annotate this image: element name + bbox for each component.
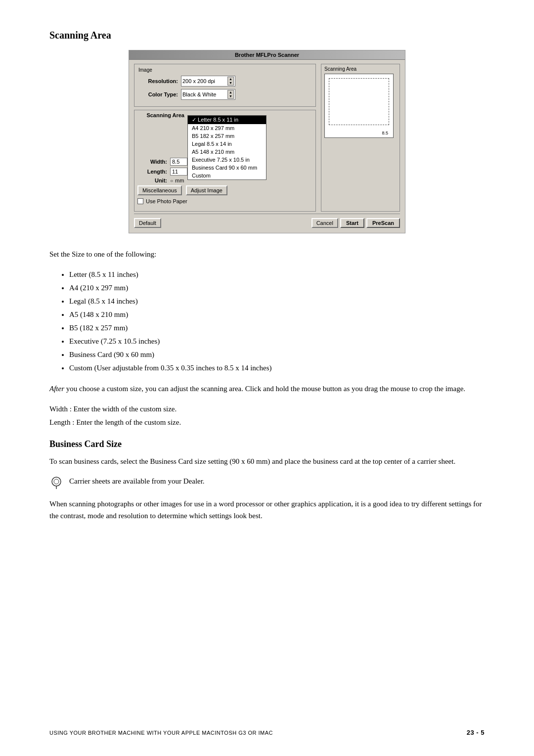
svg-point-1 [54,479,59,484]
italic-paragraph: After you choose a custom size, you can … [49,383,485,395]
dd-item-a5[interactable]: A5 148 x 210 mm [188,148,266,156]
dd-item-business-card[interactable]: Business Card 90 x 60 mm [188,164,266,172]
color-type-stepper[interactable]: ▲ ▼ [227,90,234,99]
color-type-label: Color Type: [138,91,178,97]
cancel-button[interactable]: Cancel [312,218,338,228]
color-type-down[interactable]: ▼ [228,94,233,98]
bullet-item-0: Letter (8.5 x 11 inches) [69,268,485,281]
image-section: Image Resolution: 200 x 200 dpi ▲ ▼ [134,64,316,107]
image-section-title: Image [138,67,312,73]
prescan-button[interactable]: PreScan [366,218,400,228]
page-footer: USING YOUR BROTHER MACHINE WITH YOUR APP… [49,729,485,736]
scanning-area-preview-section: Scanning Area 8.5 [321,64,400,212]
unit-radio-group[interactable]: ○ mm [170,178,184,183]
color-type-row: Color Type: Black & White ▲ ▼ [138,89,312,100]
resolution-stepper[interactable]: ▲ ▼ [227,77,234,86]
use-photo-paper-row: Use Photo Paper [137,198,312,204]
dd-item-b5[interactable]: B5 182 x 257 mm [188,132,266,140]
resolution-down[interactable]: ▼ [228,81,233,85]
scanning-area-dropdown[interactable]: Letter 8.5 x 11 in A4 210 x 297 mm B5 18… [187,115,267,180]
scanner-dialog: Brother MFLPro Scanner Image Resolution:… [129,50,405,233]
scanning-area-row: Scanning Area Letter 8.5 x 11 in A4 210 … [137,112,312,118]
tip-icon [49,476,63,490]
business-card-heading: Business Card Size [49,439,485,449]
scan-area-inner [329,78,389,125]
width-length-notes: Width : Enter the width of the custom si… [49,402,485,429]
bullet-item-1: A4 (210 x 297 mm) [69,281,485,295]
business-card-para: To scan business cards, select the Busin… [49,455,485,467]
use-photo-paper-checkbox[interactable] [137,198,143,204]
unit-value: mm [175,178,184,183]
color-type-up[interactable]: ▲ [228,90,233,94]
final-para: When scanning photographs or other image… [49,498,485,522]
resolution-label: Resolution: [138,78,178,84]
use-photo-paper-label: Use Photo Paper [146,198,187,204]
page-number: 23 - 5 [467,729,485,736]
resolution-select[interactable]: 200 x 200 dpi ▲ ▼ [181,76,235,87]
dd-item-a4[interactable]: A4 210 x 297 mm [188,124,266,132]
scanning-area-preview-title: Scanning Area [324,66,397,72]
section-heading: Scanning Area [49,30,485,41]
unit-label: Unit: [137,178,167,183]
default-button[interactable]: Default [134,218,161,228]
tip-text: Carrier sheets are available from your D… [69,475,205,487]
bullet-item-2: Legal (8.5 x 14 inches) [69,295,485,308]
dialog-title: Brother MFLPro Scanner [235,52,299,58]
color-type-select[interactable]: Black & White ▲ ▼ [181,89,235,100]
length-label: Length: [137,169,167,175]
scanning-area-preview: 8.5 [324,74,394,138]
svg-point-0 [52,477,61,486]
dd-item-letter[interactable]: Letter 8.5 x 11 in [188,116,266,124]
width-note: Width : Enter the width of the custom si… [49,402,485,416]
bullet-item-7: Custom (User adjustable from 0.35 x 0.35… [69,361,485,375]
bullet-item-6: Business Card (90 x 60 mm) [69,348,485,361]
misc-row: Miscellaneous Adjust Image [137,185,312,195]
length-note: Length : Enter the length of the custom … [49,416,485,429]
resolution-row: Resolution: 200 x 200 dpi ▲ ▼ [138,76,312,87]
resolution-value: 200 x 200 dpi [182,78,225,84]
start-button[interactable]: Start [340,218,364,228]
footer-text: USING YOUR BROTHER MACHINE WITH YOUR APP… [49,730,273,736]
width-input[interactable] [170,158,187,166]
footer-right-buttons: Cancel Start PreScan [312,218,400,228]
bullet-list: Letter (8.5 x 11 inches) A4 (210 x 297 m… [64,268,485,375]
scanning-area-label: Scanning Area [137,112,184,118]
tip-row: Carrier sheets are available from your D… [49,475,485,490]
length-input[interactable] [170,168,187,176]
bullet-item-5: Executive (7.25 x 10.5 inches) [69,335,485,348]
dd-item-custom[interactable]: Custom [188,172,266,179]
miscellaneous-button[interactable]: Miscellaneous [137,185,182,195]
scan-dimension-label: 8.5 [382,131,388,135]
after-italic: After [49,385,64,393]
dd-item-legal[interactable]: Legal 8.5 x 14 in [188,140,266,148]
adjust-image-button[interactable]: Adjust Image [186,185,227,195]
color-type-value: Black & White [182,91,225,97]
italic-para-rest: you choose a custom size, you can adjust… [64,385,465,393]
dialog-footer: Default Cancel Start PreScan [134,216,400,229]
dialog-titlebar: Brother MFLPro Scanner [129,50,405,60]
width-label: Width: [137,159,167,165]
resolution-up[interactable]: ▲ [228,77,233,81]
bullet-item-4: B5 (182 x 257 mm) [69,321,485,335]
set-size-intro: Set the Size to one of the following: [49,248,485,260]
bullet-item-3: A5 (148 x 210 mm) [69,308,485,321]
dd-item-executive[interactable]: Executive 7.25 x 10.5 in [188,156,266,164]
